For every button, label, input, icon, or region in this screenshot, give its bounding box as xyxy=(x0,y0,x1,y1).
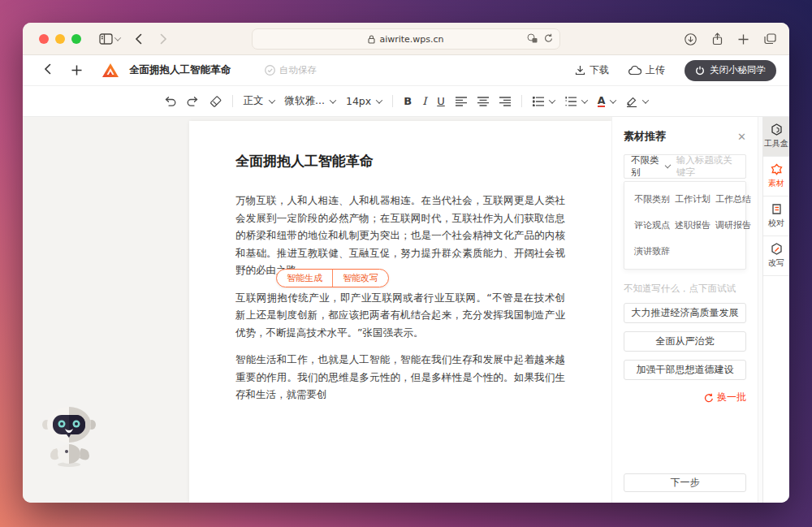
material-search-box[interactable]: 不限类别 输入标题或关键字 xyxy=(624,154,746,179)
next-step-button[interactable]: 下一步 xyxy=(624,473,746,492)
paragraph: 万物互联，人和人相连、人和机器相连。在当代社会，互联网更是人类社会发展到一定阶段… xyxy=(235,192,565,279)
forward-icon[interactable] xyxy=(160,33,167,45)
search-placeholder: 输入标题或关键字 xyxy=(676,154,739,179)
right-tool-rail: 工具盒 素材 校对 改写 xyxy=(762,117,789,503)
suggestion-button[interactable]: 大力推进经济高质量发展 xyxy=(624,303,746,323)
suggestion-button[interactable]: 全面从严治党 xyxy=(624,331,746,352)
font-size-select[interactable]: 14px xyxy=(346,95,382,107)
lock-icon xyxy=(368,35,375,44)
close-window-button[interactable] xyxy=(39,34,49,44)
zoom-window-button[interactable] xyxy=(71,34,81,44)
paragraph-style-select[interactable]: 正文 xyxy=(244,94,274,108)
cloud-upload-icon xyxy=(628,66,641,76)
new-document-icon[interactable] xyxy=(71,63,82,79)
paragraph: 互联网拥抱传统产业，即产业互联网或者行业互联网。“不管是在技术创新上还是制度创新… xyxy=(235,289,565,342)
undo-icon[interactable] xyxy=(164,96,176,106)
format-toolbar: 正文 微软雅... 14px B I U A xyxy=(23,86,789,117)
close-icon[interactable]: ✕ xyxy=(737,131,746,143)
numbered-list-select[interactable] xyxy=(565,97,587,106)
category-option[interactable]: 评论观点 xyxy=(634,219,670,231)
download-button[interactable]: 下载 xyxy=(575,63,609,77)
align-center-icon[interactable] xyxy=(477,97,489,106)
download-icon xyxy=(575,65,585,76)
sidebar-title: 素材推荐 xyxy=(624,129,666,144)
autosave-status: 自动保存 xyxy=(265,64,317,76)
suggestion-hint: 不知道写什么，点下面试试 xyxy=(624,283,746,295)
category-dropdown-panel: 不限类别 工作计划 工作总结 评论观点 述职报告 调研报告 演讲致辞 xyxy=(624,181,746,270)
material-sidebar: 素材推荐 ✕ 不限类别 输入标题或关键字 不限类别 工作计划 工作总结 评论观点… xyxy=(611,117,758,503)
font-family-select[interactable]: 微软雅... xyxy=(285,94,335,108)
bold-button[interactable]: B xyxy=(404,95,412,107)
assistant-robot-mascot[interactable] xyxy=(37,403,101,474)
rail-item-rewrite[interactable]: 改写 xyxy=(763,236,789,276)
category-option[interactable]: 不限类别 xyxy=(634,193,670,205)
back-icon[interactable] xyxy=(135,33,142,45)
document-region: 全面拥抱人工智能革命 万物互联，人和人相连、人和机器相连。在当代社会，互联网更是… xyxy=(23,117,611,503)
rail-item-proofread[interactable]: 校对 xyxy=(763,197,789,236)
address-bar[interactable]: aiwrite.wps.cn xyxy=(252,28,560,50)
tab-overview-icon[interactable] xyxy=(764,33,776,45)
refresh-icon xyxy=(704,393,714,403)
suggestion-button[interactable]: 加强干部思想道德建设 xyxy=(624,360,746,380)
check-circle-icon xyxy=(265,65,275,76)
document-title[interactable]: 全面拥抱人工智能革命 xyxy=(129,63,231,77)
ai-generate-button[interactable]: 智能生成 xyxy=(277,272,332,284)
power-icon xyxy=(695,66,705,76)
reload-icon[interactable] xyxy=(544,33,553,43)
rail-item-toolbox[interactable]: 工具盒 xyxy=(763,117,789,157)
italic-button[interactable]: I xyxy=(422,95,426,107)
new-tab-icon[interactable] xyxy=(738,34,749,45)
paragraph: 智能生活和工作，也就是人工智能，智能在我们生存和发展中起着越来越重要的作用。我们… xyxy=(235,351,565,404)
close-assistant-button[interactable]: 关闭小秘同学 xyxy=(685,60,776,81)
url-text: aiwrite.wps.cn xyxy=(379,34,443,45)
ai-rewrite-button[interactable]: 智能改写 xyxy=(333,272,388,284)
align-right-icon[interactable] xyxy=(499,97,511,106)
traffic-lights xyxy=(39,34,81,44)
align-left-icon[interactable] xyxy=(456,97,467,106)
wps-logo-icon[interactable] xyxy=(102,63,119,79)
minimize-window-button[interactable] xyxy=(55,34,65,44)
share-icon[interactable] xyxy=(712,32,723,45)
highlight-color-select[interactable] xyxy=(626,96,648,107)
browser-window: aiwrite.wps.cn 全面拥抱人工智能革命 自动保存 下 xyxy=(23,23,789,503)
category-option[interactable]: 演讲致辞 xyxy=(634,245,670,257)
app-toolbar: 全面拥抱人工智能革命 自动保存 下载 上传 关闭小秘同学 xyxy=(23,55,789,86)
chevron-down-icon xyxy=(114,34,121,41)
refresh-suggestions-button[interactable]: 换一批 xyxy=(624,391,746,404)
clear-format-icon[interactable] xyxy=(209,96,222,107)
category-option[interactable]: 调研报告 xyxy=(715,219,751,231)
underline-button[interactable]: U xyxy=(437,95,445,107)
category-option[interactable]: 工作总结 xyxy=(715,193,751,205)
category-filter-select[interactable]: 不限类别 xyxy=(631,154,670,179)
rail-item-material[interactable]: 素材 xyxy=(763,157,789,197)
material-icon xyxy=(771,163,783,175)
browser-chrome: aiwrite.wps.cn xyxy=(23,23,789,55)
category-option[interactable]: 工作计划 xyxy=(675,193,710,205)
app-back-icon[interactable] xyxy=(44,63,51,78)
font-color-select[interactable]: A xyxy=(598,95,616,107)
upload-button[interactable]: 上传 xyxy=(628,63,665,77)
sidebar-toggle-icon[interactable] xyxy=(99,33,120,45)
page-title: 全面拥抱人工智能革命 xyxy=(235,152,565,171)
main-area: 全面拥抱人工智能革命 万物互联，人和人相连、人和机器相连。在当代社会，互联网更是… xyxy=(23,117,789,503)
ai-action-popup: 智能生成 智能改写 xyxy=(276,269,389,287)
category-option[interactable]: 述职报告 xyxy=(675,219,710,231)
proofread-icon xyxy=(771,203,783,215)
redo-icon[interactable] xyxy=(187,96,199,106)
document-page[interactable]: 全面拥抱人工智能革命 万物互联，人和人相连、人和机器相连。在当代社会，互联网更是… xyxy=(189,121,611,503)
toolbox-icon xyxy=(771,123,783,136)
bullet-list-select[interactable] xyxy=(533,97,555,106)
rewrite-icon xyxy=(771,243,783,255)
translate-icon[interactable] xyxy=(527,33,538,43)
downloads-icon[interactable] xyxy=(685,33,697,45)
